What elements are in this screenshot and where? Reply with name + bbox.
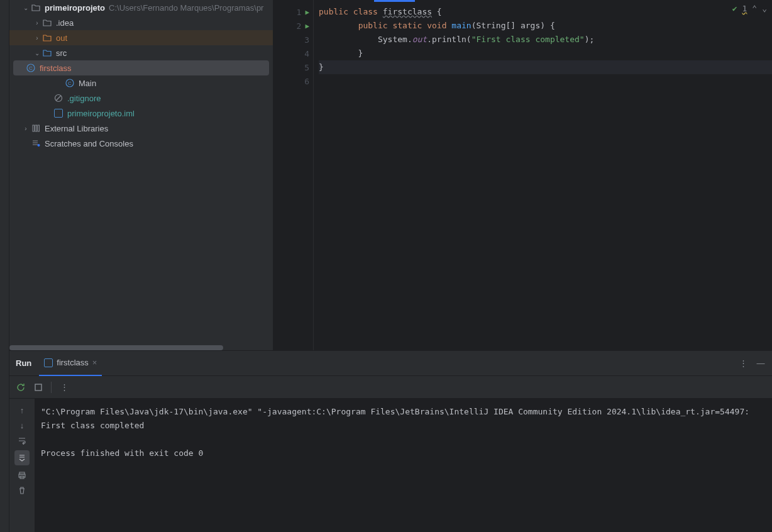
code-body[interactable]: public class firstclass { public static …: [314, 0, 772, 350]
run-sidebar-tools: ↑ ↓: [9, 399, 35, 532]
block-icon: [53, 93, 63, 103]
class-icon: C: [65, 78, 75, 88]
tree-label: firstclass: [40, 64, 72, 73]
svg-text:C: C: [68, 80, 72, 86]
tree-label: primeiroprojeto.iml: [67, 109, 135, 118]
folder-icon: [42, 48, 52, 58]
arrow-up-icon[interactable]: ↑: [17, 405, 27, 415]
more-icon[interactable]: ⋮: [738, 358, 748, 369]
tree-folder-out[interactable]: › out: [9, 30, 273, 45]
scroll-to-end-icon[interactable]: [14, 450, 30, 465]
tree-label: .idea: [56, 18, 74, 28]
print-icon[interactable]: [17, 470, 27, 480]
stop-icon[interactable]: [33, 382, 43, 392]
svg-rect-7: [35, 125, 37, 131]
checkmark-icon: ✔: [732, 4, 737, 13]
run-tool-window: Run firstclass × ⋮ — ⋮ ↑ ↓: [9, 350, 772, 532]
tree-file-gitignore[interactable]: .gitignore: [9, 91, 273, 106]
console-output[interactable]: "C:\Program Files\Java\jdk-17\bin\java.e…: [35, 399, 772, 532]
more-icon[interactable]: ⋮: [59, 382, 69, 392]
svg-line-5: [56, 96, 61, 101]
warning-count: 1: [742, 4, 747, 13]
library-icon: [31, 123, 41, 133]
run-tab-label: firstclass: [57, 358, 89, 367]
file-icon: [53, 108, 63, 118]
soft-wrap-icon[interactable]: [17, 435, 27, 445]
code-editor[interactable]: ✔ 1 ⌃ ⌄ 1▶ 2▶ 3 4 5 6 public class first…: [273, 0, 772, 350]
class-icon: [44, 358, 53, 367]
trash-icon[interactable]: [17, 485, 27, 496]
left-tool-strip[interactable]: [0, 0, 9, 532]
editor-gutter[interactable]: 1▶ 2▶ 3 4 5 6: [273, 0, 314, 350]
folder-icon: [42, 18, 52, 28]
minimize-icon[interactable]: —: [756, 358, 766, 369]
svg-text:C: C: [29, 65, 33, 71]
tree-folder-idea[interactable]: › .idea: [9, 15, 273, 30]
chevron-right-icon: ›: [32, 35, 42, 42]
scratches-icon: [31, 138, 41, 148]
project-name: primeiroprojeto: [45, 3, 105, 13]
horizontal-scrollbar[interactable]: [9, 345, 223, 350]
close-icon[interactable]: ×: [92, 358, 97, 367]
svg-rect-10: [35, 384, 41, 391]
tree-folder-src[interactable]: ⌄ src: [9, 45, 273, 60]
tree-label: Scratches and Consoles: [45, 139, 133, 148]
tree-project-root[interactable]: ⌄ primeiroprojeto C:\Users\Fernando Marq…: [9, 0, 273, 15]
chevron-up-icon[interactable]: ⌃: [752, 4, 757, 13]
svg-rect-8: [38, 125, 40, 131]
tree-label: src: [56, 48, 67, 58]
run-tab[interactable]: firstclass ×: [39, 351, 102, 376]
run-toolbar: ⋮: [9, 376, 772, 399]
chevron-down-icon: ⌄: [32, 50, 42, 57]
tree-scratches[interactable]: Scratches and Consoles: [9, 136, 273, 151]
chevron-right-icon: ›: [21, 125, 31, 132]
chevron-right-icon: ›: [32, 19, 42, 26]
tree-label: out: [56, 33, 67, 43]
tree-label: Main: [79, 79, 96, 88]
project-tree-panel[interactable]: ⌄ primeiroprojeto C:\Users\Fernando Marq…: [9, 0, 273, 350]
run-icon[interactable]: ▶: [305, 8, 309, 16]
run-header: Run firstclass × ⋮ —: [9, 351, 772, 376]
tab-indicator: [374, 0, 415, 2]
chevron-down-icon: ⌄: [21, 4, 31, 11]
svg-point-9: [38, 144, 40, 147]
svg-rect-6: [33, 125, 35, 131]
rerun-icon[interactable]: [16, 382, 26, 392]
run-icon[interactable]: ▶: [305, 22, 309, 30]
tree-label: .gitignore: [67, 94, 101, 103]
tree-file-iml[interactable]: primeiroprojeto.iml: [9, 106, 273, 121]
project-path: C:\Users\Fernando Marques\Programas\pr: [109, 3, 263, 13]
tree-file-main[interactable]: C Main: [9, 75, 273, 91]
folder-icon: [42, 33, 52, 43]
class-icon: C: [26, 63, 36, 73]
chevron-down-icon[interactable]: ⌄: [762, 4, 767, 13]
arrow-down-icon[interactable]: ↓: [17, 420, 27, 430]
tree-external-libraries[interactable]: › External Libraries: [9, 121, 273, 136]
tree-file-firstclass[interactable]: C firstclass: [13, 60, 269, 75]
tree-label: External Libraries: [45, 124, 108, 133]
inspection-widget[interactable]: ✔ 1 ⌃ ⌄: [732, 4, 767, 13]
folder-icon: [31, 3, 41, 13]
run-title: Run: [16, 358, 31, 368]
